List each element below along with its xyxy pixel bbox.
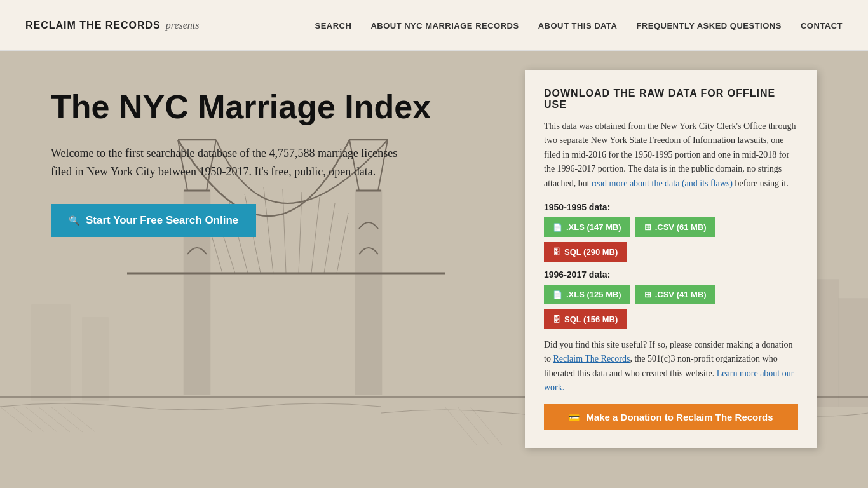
- sql-1950-button[interactable]: SQL (290 MB): [544, 242, 627, 262]
- nav-faq[interactable]: FREQUENTLY ASKED QUESTIONS: [636, 21, 782, 30]
- brand-title: RECLAIM THE RECORDS: [25, 20, 161, 31]
- csv-1950-button[interactable]: .CSV (61 MB): [635, 217, 715, 237]
- csv-1996-button[interactable]: .CSV (41 MB): [635, 285, 715, 304]
- svg-line-43: [25, 407, 57, 432]
- file-icon-2: [553, 290, 562, 299]
- credit-icon: [569, 412, 580, 423]
- svg-line-47: [445, 407, 477, 445]
- section2-buttons: .XLS (125 MB) .CSV (41 MB) SQL (156 MB): [544, 285, 798, 329]
- db-icon: [553, 247, 560, 257]
- section1-label: 1950-1995 data:: [544, 202, 798, 212]
- page-title: The NYC Marriage Index: [51, 89, 431, 125]
- xls-1996-button[interactable]: .XLS (125 MB): [544, 285, 630, 304]
- svg-rect-39: [32, 305, 70, 400]
- table-icon: [644, 222, 651, 232]
- nav-about-data[interactable]: ABOUT THIS DATA: [538, 21, 618, 30]
- nav-links: SEARCH ABOUT NYC MARRIAGE RECORDS ABOUT …: [315, 20, 843, 31]
- panel-title: DOWNLOAD THE RAW DATA FOR OFFLINE USE: [544, 88, 798, 111]
- xls-1950-button[interactable]: .XLS (147 MB): [544, 217, 630, 237]
- read-more-link[interactable]: read more about the data (and its flaws): [592, 179, 733, 188]
- data-panel: DOWNLOAD THE RAW DATA FOR OFFLINE USE Th…: [525, 70, 817, 448]
- donate-button[interactable]: Make a Donation to Reclaim The Records: [544, 404, 798, 430]
- table-icon-2: [644, 290, 651, 299]
- brand-presents: presents: [166, 20, 200, 31]
- nav-about-records[interactable]: ABOUT NYC MARRIAGE RECORDS: [370, 21, 519, 30]
- svg-line-45: [51, 407, 83, 432]
- svg-line-41: [0, 407, 32, 432]
- svg-line-48: [458, 407, 489, 445]
- svg-line-46: [64, 407, 95, 432]
- section1-buttons: .XLS (147 MB) .CSV (61 MB) SQL (290 MB): [544, 217, 798, 262]
- search-button[interactable]: Start Your Free Search Online: [51, 204, 256, 237]
- file-icon: [553, 222, 562, 232]
- navbar: RECLAIM THE RECORDS presents SEARCH ABOU…: [0, 0, 868, 51]
- svg-rect-37: [839, 299, 868, 407]
- search-icon: [69, 214, 79, 227]
- svg-rect-40: [83, 318, 108, 400]
- nav-search[interactable]: SEARCH: [315, 21, 351, 30]
- svg-line-42: [13, 407, 44, 432]
- db-icon-2: [553, 315, 560, 324]
- section2-label: 1996-2017 data:: [544, 269, 798, 280]
- hero-description: Welcome to the first searchable database…: [51, 144, 407, 181]
- donation-description: Did you find this site useful? If so, pl…: [544, 338, 798, 395]
- svg-line-44: [38, 407, 70, 432]
- brand: RECLAIM THE RECORDS presents: [25, 20, 200, 31]
- reclaim-records-link[interactable]: Reclaim The Records: [553, 354, 630, 363]
- sql-1996-button[interactable]: SQL (156 MB): [544, 309, 627, 329]
- hero-content: The NYC Marriage Index Welcome to the fi…: [51, 89, 431, 237]
- panel-description: This data was obtained from the New York…: [544, 119, 798, 191]
- svg-line-49: [470, 407, 502, 445]
- nav-contact[interactable]: CONTACT: [801, 21, 843, 30]
- hero-section: The NYC Marriage Index Welcome to the fi…: [0, 51, 868, 488]
